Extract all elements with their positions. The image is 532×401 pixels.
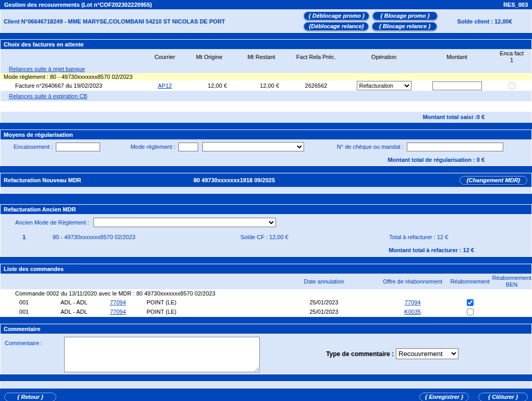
commande-row: 001 ADL - ADL 77094 POINT (LE) 25/01/202… <box>1 298 531 307</box>
relances-expiration-cb-link[interactable]: Relances suite à expiration CB <box>9 93 87 99</box>
reabonnement-checkbox[interactable] <box>467 299 474 306</box>
ancien-mdr-row-solde: Solde CF : 12,00 € <box>235 234 371 240</box>
mode-reglement-row: Mode règlement : 80 - 49730xxxxxxx8570 0… <box>1 73 531 80</box>
encaissement-input[interactable] <box>56 143 100 151</box>
blocage-relance-button[interactable]: { Blocage relance } <box>372 22 437 31</box>
nouveau-mdr-band: Refacturation Nouveau MDR 80 49730xxxxxx… <box>1 173 531 187</box>
window-title-bar: Gestion des recouvrements (Lot n°COF2023… <box>0 0 532 9</box>
enca-fact-checkbox <box>509 82 515 89</box>
facture-row: Facture n°2640667 du 19/02/2023 AP12 12,… <box>1 80 531 91</box>
regularisation-form-row: Encaissement : Mode règlement : N° de ch… <box>1 139 531 154</box>
commandes-column-headers: Date annulation Offre de réabonnement Ré… <box>1 274 531 289</box>
ancien-mdr-row-total: Total à refacturer : 12 € <box>371 234 531 240</box>
offre-reabonnement-link[interactable]: 77094 <box>405 299 421 305</box>
col-enca-fact: Enca fact 1 <box>491 50 532 64</box>
mode-reglement-label: Mode règlement : 80 - 49730xxxxxxx8570 0… <box>4 74 132 80</box>
client-action-buttons: { Déblocage promo } { Blocage promo } {D… <box>304 11 438 31</box>
ancien-mdr-row-num: 1 <box>1 234 47 240</box>
col-operation: Opération <box>345 54 423 61</box>
commentaire-textarea[interactable] <box>64 337 260 372</box>
offre-reabonnement-link[interactable]: K0035 <box>404 309 421 315</box>
col-fact-rela-prec: Fact Rela Préc. <box>287 54 345 61</box>
commandes-section: Liste des commandes Date annulation Offr… <box>0 264 532 317</box>
relances-expiration-row: Relances suite à expiration CB <box>1 91 531 101</box>
ancien-mdr-row-mdr: 80 - 49730xxxxxxx8570 02/2023 <box>47 234 235 240</box>
type-commentaire-select[interactable]: Recouvrement <box>396 348 458 359</box>
commande-type: ADL - ADL <box>47 299 100 305</box>
commande-row: 001 ADL - ADL 77094 POINT (LE) 25/01/202… <box>1 307 531 316</box>
ancien-mdr-row: 1 80 - 49730xxxxxxx8570 02/2023 Solde CF… <box>1 230 531 243</box>
courrier-link[interactable]: AP12 <box>158 82 172 89</box>
commentaire-section-title: Commentaire <box>1 324 531 334</box>
nouveau-mdr-value: 80 49730xxxxxxx1918 09/2025 <box>194 177 275 183</box>
commande-num: 001 <box>1 299 47 305</box>
ancien-mdr-label: Ancien Mode de Règlement : <box>15 219 89 226</box>
ancien-mdr-section: Refacturation Ancien MDR Ancien Mode de … <box>0 204 532 257</box>
changement-mdr-button[interactable]: {Changement MDR} <box>460 176 527 185</box>
commande-num: 001 <box>1 309 47 315</box>
type-commentaire-label: Type de commentaire : <box>326 350 394 358</box>
enregistrer-button[interactable]: { Enregistrer } <box>419 393 469 401</box>
mode-reglement-label: Mode règlement : <box>130 144 175 150</box>
commentaire-label: Commentaire : <box>1 334 64 374</box>
montant-input[interactable] <box>432 81 482 90</box>
facture-fact-rela-prec: 2626562 <box>287 82 345 89</box>
col-mt-restant: Mt Restant <box>235 54 287 61</box>
commande-name: POINT (LE) <box>136 309 272 315</box>
cheque-mandat-input[interactable] <box>407 143 503 151</box>
facture-label: Facture n°2640667 du 19/02/2023 <box>1 82 147 89</box>
commande-type: ADL - ADL <box>47 309 100 315</box>
cheque-mandat-label: N° de chèque ou mandat : <box>337 144 404 150</box>
bottom-strip <box>0 381 532 388</box>
commentaire-section: Commentaire Commentaire : Type de commen… <box>0 324 532 374</box>
commande-name: POINT (LE) <box>136 299 272 305</box>
col-mt-origine: Mt Origine <box>183 54 235 61</box>
factures-section: Choix des factures en attente Courrier M… <box>0 39 532 123</box>
montant-total-saisi: Montant total saisi :0 € <box>1 112 531 122</box>
montant-total-refacturer: Montant total à refacturer : 12 € <box>1 243 531 256</box>
facture-mt-restant: 12,00 € <box>235 82 287 89</box>
montant-total-regularisation: Montant total de régularisation : 0 € <box>1 154 531 166</box>
relances-rejet-row: Relances suite à rejet banque <box>1 65 531 73</box>
nouveau-mdr-section: Refacturation Nouveau MDR 80 49730xxxxxx… <box>0 173 532 194</box>
commentaire-body: Commentaire : Type de commentaire : Reco… <box>1 334 531 374</box>
encaissement-label: Encaissement : <box>14 144 53 150</box>
ancien-mdr-select-row: Ancien Mode de Règlement : <box>1 214 531 230</box>
reabonnement-checkbox[interactable] <box>467 309 474 315</box>
regularisation-section: Moyens de régularisation Encaissement : … <box>0 129 532 166</box>
mode-reglement-select[interactable] <box>202 142 304 151</box>
retour-button[interactable]: { Retour } <box>4 393 56 401</box>
regularisation-section-title: Moyens de régularisation <box>1 130 531 139</box>
commande-date-annulation: 25/01/2023 <box>272 309 376 315</box>
footer-bar: { Retour } { Enregistrer } { Clôturer } <box>0 390 532 401</box>
type-commentaire-group: Type de commentaire : Recouvrement <box>326 348 458 359</box>
factures-empty-row <box>1 101 531 112</box>
commandes-section-title: Liste des commandes <box>1 264 531 274</box>
client-info-bar: Client N°06646718249 - MME MARYSE,COLOMB… <box>0 9 532 33</box>
col-montant: Montant <box>423 54 491 61</box>
commande-header-line: Commande 0002 du 13/11/2020 avec le MDR … <box>1 289 531 298</box>
col-courrier: Courrier <box>147 54 183 61</box>
commande-code-link[interactable]: 77094 <box>110 309 126 315</box>
solde-client: Solde client : 12,00€ <box>438 18 531 25</box>
cloturer-button[interactable]: { Clôturer } <box>478 393 528 401</box>
ancien-mdr-select[interactable] <box>93 218 276 227</box>
screen-code: RES_003 <box>503 2 528 8</box>
nouveau-mdr-strip <box>1 187 531 193</box>
client-label: Client N°06646718249 - MME MARYSE,COLOMB… <box>1 18 304 25</box>
deblocage-relance-button[interactable]: {Déblocage relance} <box>304 22 369 31</box>
facture-mt-origine: 12,00 € <box>183 82 235 89</box>
factures-section-title: Choix des factures en attente <box>1 40 531 49</box>
commande-date-annulation: 25/01/2023 <box>272 299 376 305</box>
col-reabonnement: Réabonnement <box>449 278 491 285</box>
nouveau-mdr-title: Refacturation Nouveau MDR <box>4 177 81 183</box>
deblocage-promo-button[interactable]: { Déblocage promo } <box>304 11 369 20</box>
operation-select[interactable]: Refacturation <box>357 81 412 90</box>
relances-rejet-banque-link[interactable]: Relances suite à rejet banque <box>9 66 85 72</box>
ancien-mdr-section-title: Refacturation Ancien MDR <box>1 205 531 214</box>
mode-reglement-code-input[interactable] <box>178 143 198 151</box>
col-offre-reabonnement: Offre de réabonnement <box>376 278 449 285</box>
commande-code-link[interactable]: 77094 <box>110 299 126 305</box>
blocage-promo-button[interactable]: { Blocage promo } <box>372 11 438 20</box>
page-title: Gestion des recouvrements (Lot n°COF2023… <box>4 2 152 8</box>
